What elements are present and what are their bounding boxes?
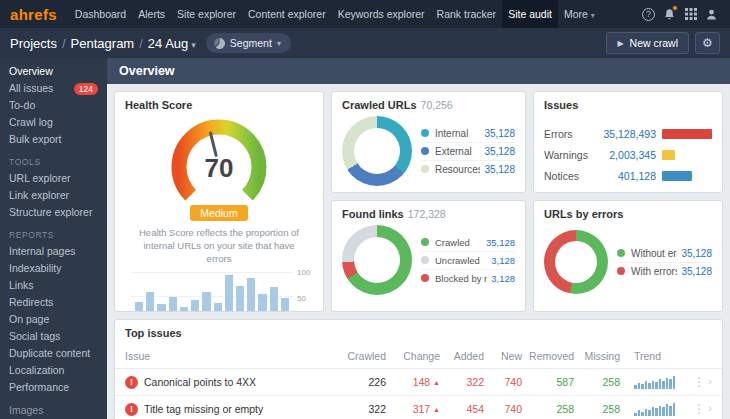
column-header-missing[interactable]: Missing	[574, 350, 620, 362]
help-icon[interactable]: ?	[638, 0, 659, 28]
kebab-menu-icon[interactable]: ⋮	[693, 375, 705, 389]
nav-item-site-explorer[interactable]: Site explorer	[171, 0, 242, 28]
sub-nav: Projects/Pentagram/24 Aug▾ Segment ▾ ▶ N…	[0, 28, 730, 58]
legend-label: Without errors	[631, 248, 677, 259]
sidebar-item-indexability[interactable]: Indexability	[0, 260, 107, 277]
new-crawl-label: New crawl	[630, 37, 678, 49]
legend-row-uncrawled: Uncrawled3,128	[421, 252, 515, 270]
top-issue-row-title-tag-missing-or-empty[interactable]: !Title tag missing or empty322317 ▲45474…	[115, 396, 722, 419]
chevron-right-icon[interactable]: ›	[708, 402, 712, 416]
sidebar-item-redirects[interactable]: Redirects	[0, 294, 107, 311]
chevron-right-icon[interactable]: ›	[708, 375, 712, 389]
column-header-trend[interactable]: Trend	[620, 350, 686, 362]
removed-cell: 258	[522, 403, 574, 415]
legend-value-link[interactable]: 35,128	[482, 237, 515, 248]
nav-item-dashboard[interactable]: Dashboard	[69, 0, 132, 28]
ahrefs-logo[interactable]: ahrefs	[10, 6, 57, 23]
sidebar-item-crawl-log[interactable]: Crawl log	[0, 114, 107, 131]
breadcrumb-projects[interactable]: Projects	[10, 36, 57, 51]
nav-item-keywords-explorer[interactable]: Keywords explorer	[332, 0, 431, 28]
sidebar-item-localization[interactable]: Localization	[0, 362, 107, 379]
sidebar-item-duplicate-content[interactable]: Duplicate content	[0, 345, 107, 362]
nav-item-rank-tracker[interactable]: Rank tracker	[431, 0, 503, 28]
sidebar-group: OverviewAll issues124To-doCrawl logBulk …	[0, 63, 107, 148]
segment-button[interactable]: Segment ▾	[206, 33, 291, 53]
column-header-added[interactable]: Added	[440, 350, 484, 362]
sidebar-item-overview[interactable]: Overview	[0, 63, 107, 80]
sidebar-item-structure-explorer[interactable]: Structure explorer	[0, 204, 107, 221]
issue-count-link[interactable]: 401,128	[598, 170, 656, 182]
legend-value-link[interactable]: 35,128	[677, 248, 712, 259]
sidebar-item-label: Performance	[9, 381, 69, 394]
legend-row-crawled: Crawled35,128	[421, 234, 515, 252]
content-area: Overview Crawled URLs70,256 Internal35,1…	[107, 58, 730, 419]
sidebar-item-label: Crawl log	[9, 116, 53, 129]
sidebar-item-label: Overview	[9, 65, 53, 78]
sidebar-item-url-explorer[interactable]: URL explorer	[0, 170, 107, 187]
apps-icon[interactable]	[680, 0, 701, 28]
legend-dot	[617, 267, 625, 275]
trend-bar	[270, 287, 278, 312]
sidebar-item-performance[interactable]: Performance	[0, 379, 107, 396]
breadcrumb-separator: /	[62, 36, 66, 51]
sidebar-item-internal-pages[interactable]: Internal pages	[0, 243, 107, 260]
column-header-removed[interactable]: Removed	[522, 350, 574, 362]
user-icon[interactable]	[701, 0, 722, 28]
legend-row-blocked-by-robots-txt: Blocked by robots.txt3,128	[421, 270, 515, 287]
new-crawl-button[interactable]: ▶ New crawl	[606, 32, 689, 54]
issue-name-cell[interactable]: !Canonical points to 4XX	[125, 376, 340, 389]
legend-row-external: External35,128	[421, 143, 515, 161]
legend-dot	[421, 147, 429, 155]
breadcrumb-24-aug[interactable]: 24 Aug▾	[148, 36, 196, 51]
top-issues-title: Top issues	[115, 320, 722, 341]
breadcrumb-separator: /	[139, 36, 143, 51]
row-actions: ⋮›	[686, 402, 712, 416]
row-actions: ⋮›	[686, 375, 712, 389]
legend-value-link[interactable]: 35,128	[480, 146, 515, 157]
column-header-change[interactable]: Change	[386, 350, 440, 362]
top-issue-row-canonical-points-to-4xx[interactable]: !Canonical points to 4XX226148 ▲32274058…	[115, 369, 722, 396]
legend-label: Blocked by robots.txt	[435, 273, 487, 284]
top-issues-card: Top issues IssueCrawledChangeAddedNewRem…	[114, 319, 723, 419]
nav-item-more[interactable]: More ▾	[558, 0, 601, 28]
sidebar-item-all-issues[interactable]: All issues124	[0, 80, 107, 97]
page-title: Overview	[119, 64, 175, 78]
sidebar-item-to-do[interactable]: To-do	[0, 97, 107, 114]
topnav-items: DashboardAlertsSite explorerContent expl…	[69, 0, 601, 28]
bell-icon[interactable]	[659, 0, 680, 28]
legend-label: With errors	[631, 266, 677, 277]
legend-value-link[interactable]: 35,128	[480, 164, 515, 175]
found-links-title: Found links172,328	[332, 201, 525, 222]
legend-value-link[interactable]: 35,128	[480, 128, 515, 139]
sidebar-item-label: Duplicate content	[9, 347, 90, 360]
sidebar-item-bulk-export[interactable]: Bulk export	[0, 131, 107, 148]
top-nav: ahrefs DashboardAlertsSite explorerConte…	[0, 0, 730, 28]
sidebar-item-links[interactable]: Links	[0, 277, 107, 294]
kebab-menu-icon[interactable]: ⋮	[693, 402, 705, 416]
column-header-issue[interactable]: Issue	[125, 350, 340, 362]
content-body: Crawled URLs70,256 Internal35,128Externa…	[107, 84, 730, 419]
change-cell: 317 ▲	[386, 403, 440, 415]
sidebar-item-social-tags[interactable]: Social tags	[0, 328, 107, 345]
legend-value-link[interactable]: 3,128	[487, 255, 515, 266]
column-header-crawled[interactable]: Crawled	[340, 350, 386, 362]
nav-item-site-audit[interactable]: Site audit	[502, 0, 558, 28]
legend-value-link[interactable]: 35,128	[677, 266, 712, 277]
column-header-new[interactable]: New	[484, 350, 522, 362]
sidebar-item-label: Link explorer	[9, 189, 69, 202]
sidebar-item-on-page[interactable]: On page	[0, 311, 107, 328]
segment-icon	[214, 38, 225, 49]
sidebar: OverviewAll issues124To-doCrawl logBulk …	[0, 58, 107, 419]
issue-count-link[interactable]: 2,003,345	[598, 149, 656, 161]
sidebar-item-link-explorer[interactable]: Link explorer	[0, 187, 107, 204]
nav-item-alerts[interactable]: Alerts	[132, 0, 171, 28]
settings-button[interactable]: ⚙	[695, 32, 720, 54]
app-window: ahrefs DashboardAlertsSite explorerConte…	[0, 0, 730, 419]
issue-name-cell[interactable]: !Title tag missing or empty	[125, 403, 340, 416]
added-cell: 454	[440, 403, 484, 415]
issue-count-link[interactable]: 35,128,493	[598, 128, 656, 140]
sidebar-item-images[interactable]: Images	[0, 402, 107, 419]
legend-value-link[interactable]: 3,128	[487, 273, 515, 284]
breadcrumb-pentagram[interactable]: Pentagram	[71, 36, 135, 51]
nav-item-content-explorer[interactable]: Content explorer	[242, 0, 332, 28]
